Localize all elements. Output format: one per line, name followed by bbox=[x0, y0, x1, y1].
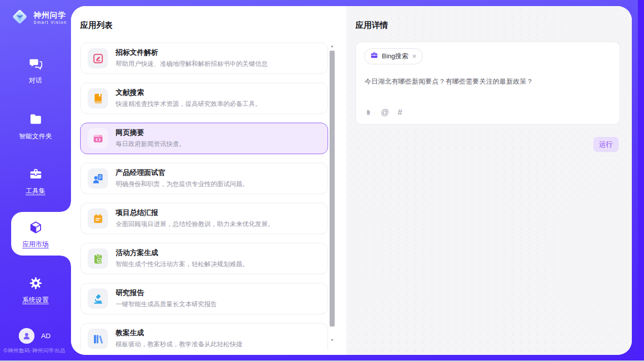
app-card-title: 项目总结汇报 bbox=[116, 208, 274, 218]
app-card-description: 全面回顾项目进展，总结经验教训，助力未来优化发展。 bbox=[116, 220, 274, 229]
active-nav-bubble-notch bbox=[61, 202, 71, 212]
calendar-note-icon bbox=[88, 208, 108, 229]
app-card-title: 招标文件解析 bbox=[116, 48, 268, 57]
app-card[interactable]: 产品经理面试官明确身份和职责，为您提供专业性的面试问题。 bbox=[80, 163, 328, 194]
hash-icon[interactable]: # bbox=[398, 108, 402, 117]
interviewer-icon bbox=[88, 168, 108, 189]
window-right-edge bbox=[638, 0, 644, 360]
brand-subtitle: Smart Vision bbox=[33, 20, 67, 25]
app-card[interactable]: 项目总结汇报全面回顾项目进展，总结经验教训，助力未来优化发展。 bbox=[80, 203, 328, 234]
cube-icon bbox=[29, 221, 43, 236]
app-card-description: 一键智能生成高质量长文本研究报告 bbox=[116, 300, 217, 309]
app-list: 招标文件解析帮助用户快速、准确地理解和解析招标书中的关键信息文献搜索快速精准查找… bbox=[80, 43, 328, 350]
app-card-title: 文献搜索 bbox=[116, 88, 262, 97]
sidebar-item-toolset[interactable]: 工具集 bbox=[0, 167, 71, 196]
query-input[interactable]: 今日湖北有哪些新闻要点？有哪些需要关注的最新政策？ bbox=[365, 77, 612, 86]
tool-chip-bing-search[interactable]: Bing搜索 × bbox=[364, 48, 423, 64]
edit-document-icon bbox=[88, 48, 108, 68]
tool-chip-label: Bing搜索 bbox=[382, 52, 408, 61]
composer-toolbar: @ # bbox=[365, 108, 402, 117]
user-account[interactable]: AD bbox=[19, 328, 51, 344]
app-card[interactable]: 教案生成模板驱动，教案秒成，教学准备从此轻松快捷 bbox=[80, 323, 328, 350]
sidebar: 神州问学 Smart Vision 对话 智能文件夹 工具集 应用市场 系统设置 bbox=[0, 0, 71, 360]
app-card-title: 网页摘要 bbox=[116, 128, 186, 137]
app-list-panel: 应用列表 招标文件解析帮助用户快速、准确地理解和解析招标书中的关键信息文献搜索快… bbox=[71, 6, 346, 355]
sidebar-item-label: 对话 bbox=[29, 76, 42, 85]
app-card-title: 教案生成 bbox=[116, 329, 242, 338]
sidebar-item-smart-folder[interactable]: 智能文件夹 bbox=[0, 113, 71, 141]
app-list-title: 应用列表 bbox=[80, 20, 113, 31]
brand-logo: 神州问学 Smart Vision bbox=[10, 7, 67, 28]
app-card-title: 研究报告 bbox=[116, 288, 217, 298]
toolbox-icon bbox=[29, 167, 43, 183]
app-card[interactable]: 文献搜索快速精准查找学术资源，提高研究效率的必备工具。 bbox=[80, 83, 328, 114]
app-detail-title: 应用详情 bbox=[355, 20, 388, 31]
microscope-icon bbox=[88, 288, 108, 309]
sidebar-item-label: 智能文件夹 bbox=[19, 132, 52, 141]
diamond-logo-icon bbox=[10, 7, 29, 28]
gear-icon bbox=[29, 276, 43, 292]
sidebar-item-label: 应用市场 bbox=[22, 240, 49, 249]
app-card-description: 快速精准查找学术资源，提高研究效率的必备工具。 bbox=[116, 100, 262, 108]
sidebar-item-settings[interactable]: 系统设置 bbox=[0, 276, 71, 305]
app-card[interactable]: 招标文件解析帮助用户快速、准确地理解和解析招标书中的关键信息 bbox=[80, 43, 328, 74]
clipboard-check-icon bbox=[88, 248, 108, 269]
sidebar-item-app-market[interactable]: 应用市场 bbox=[0, 221, 71, 249]
brand-name: 神州问学 bbox=[33, 11, 67, 19]
scroll-up-icon[interactable]: ▲ bbox=[329, 43, 335, 49]
app-card[interactable]: 网页摘要每日政府新闻资讯快查。 bbox=[80, 123, 328, 154]
sidebar-item-label: 工具集 bbox=[26, 187, 46, 196]
app-card-description: 明确身份和职责，为您提供专业性的面试问题。 bbox=[116, 180, 249, 189]
app-card-description: 每日政府新闻资讯快查。 bbox=[116, 140, 186, 149]
app-card-title: 产品经理面试官 bbox=[116, 168, 249, 177]
user-name: AD bbox=[41, 332, 51, 340]
app-card[interactable]: 活动方案生成智能生成个性化活动方案，轻松解决规划难题。 bbox=[80, 243, 328, 274]
user-avatar-icon bbox=[19, 328, 34, 344]
at-icon[interactable]: @ bbox=[381, 108, 389, 117]
briefcase-icon bbox=[370, 51, 378, 61]
app-detail-panel: 应用详情 Bing搜索 × 今日湖北有哪些新闻要点？有哪些需要关注的最新政策？ … bbox=[346, 6, 632, 355]
app-card-title: 活动方案生成 bbox=[116, 248, 249, 258]
copyright-text: ©神州数码·神州问学出品 bbox=[4, 347, 65, 354]
app-card-description: 模板驱动，教案秒成，教学准备从此轻松快捷 bbox=[116, 340, 242, 349]
scrollbar-thumb[interactable] bbox=[330, 51, 335, 327]
main-content: 应用列表 招标文件解析帮助用户快速、准确地理解和解析招标书中的关键信息文献搜索快… bbox=[71, 6, 632, 355]
book-icon bbox=[88, 88, 108, 108]
browser-code-icon bbox=[88, 128, 108, 149]
sidebar-item-chat[interactable]: 对话 bbox=[0, 57, 71, 85]
books-icon bbox=[88, 329, 108, 349]
close-icon[interactable]: × bbox=[412, 53, 417, 60]
sidebar-item-label: 系统设置 bbox=[22, 296, 49, 305]
app-card[interactable]: 研究报告一键智能生成高质量长文本研究报告 bbox=[80, 283, 328, 314]
paperclip-icon[interactable] bbox=[365, 108, 372, 117]
app-window: 神州问学 Smart Vision 对话 智能文件夹 工具集 应用市场 系统设置 bbox=[0, 0, 644, 362]
app-card-description: 帮助用户快速、准确地理解和解析招标书中的关键信息 bbox=[116, 60, 268, 68]
run-button[interactable]: 运行 bbox=[593, 137, 619, 152]
scroll-down-icon[interactable]: ▼ bbox=[329, 337, 335, 343]
app-list-scrollbar[interactable]: ▲ ▼ bbox=[329, 43, 335, 343]
app-card-description: 智能生成个性化活动方案，轻松解决规划难题。 bbox=[116, 260, 249, 269]
active-nav-bubble-notch bbox=[61, 256, 71, 266]
chat-icon bbox=[29, 57, 43, 73]
folder-icon bbox=[29, 113, 43, 128]
prompt-card: Bing搜索 × 今日湖北有哪些新闻要点？有哪些需要关注的最新政策？ @ # bbox=[355, 42, 620, 125]
